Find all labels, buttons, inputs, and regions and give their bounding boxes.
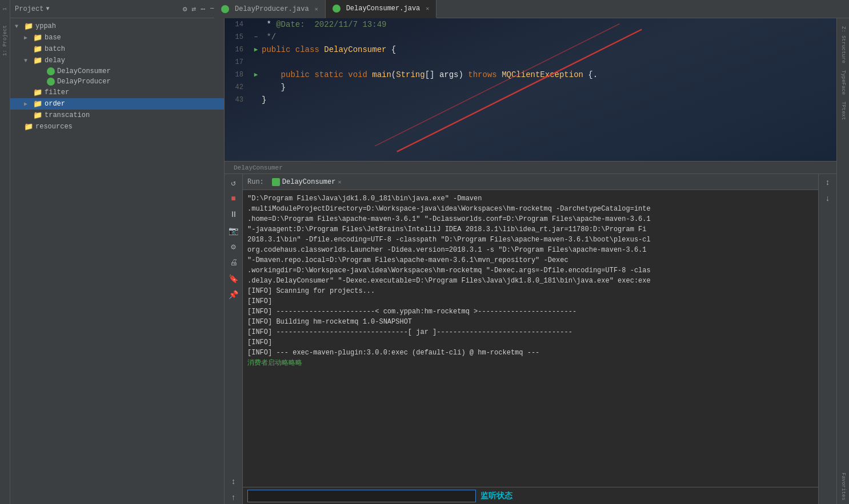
content-area: 1: Project ▼ 📁 yppah ▶ 📁 base — [0, 18, 849, 504]
output-line-9: [INFO] Scanning for projects... — [247, 286, 814, 296]
code-text-43: } — [262, 94, 836, 106]
code-lines: 14 * @Date: 2022/11/7 13:49 15 − */ — [225, 18, 836, 106]
line-num-14: 14 — [225, 18, 250, 31]
output-line-1: .multiModuleProjectDirectory=D:\Workspac… — [247, 204, 814, 214]
left-strip: 1: Project — [0, 18, 10, 504]
editor-content: 14 * @Date: 2022/11/7 13:49 15 − */ — [225, 18, 836, 161]
output-line-8: .delay.DelayConsumer" "-Dexec.executable… — [247, 276, 814, 286]
code-line-42: 42 } — [225, 81, 836, 94]
project-split-icon[interactable]: ⇄ — [192, 5, 197, 14]
side-label-structure[interactable]: Z: Structure — [840, 23, 846, 67]
project-settings-icon[interactable]: ⋯ — [201, 5, 205, 14]
tree-label-resources: resources — [35, 123, 73, 131]
right-side-panel: Z: Structure TypeFace TPtext Favorites — [836, 18, 849, 504]
tab-label-delay-producer: DelayProducer.java — [235, 5, 309, 13]
project-panel: ▼ 📁 yppah ▶ 📁 base 📁 batch — [10, 18, 225, 504]
run-arrow-18[interactable]: ▶ — [254, 68, 258, 81]
fold-icon-15[interactable]: − — [254, 31, 258, 43]
tree-label-delay-producer: DelayProducer — [57, 78, 111, 86]
run-output[interactable]: "D:\Program Files\Java\jdk1.8.0_181\bin\… — [243, 190, 818, 487]
output-line-0: "D:\Program Files\Java\jdk1.8.0_181\bin\… — [247, 193, 814, 204]
run-arrow-16[interactable]: ▶ — [254, 43, 258, 56]
run-tab-delay-consumer[interactable]: DelayConsumer ✕ — [269, 177, 345, 187]
tree-item-transcation[interactable]: 📁 transcation — [10, 110, 224, 121]
side-label-favorites[interactable]: Favorites — [840, 469, 846, 504]
run-tab-close[interactable]: ✕ — [338, 179, 341, 186]
output-line-7: .workingdir=D:\Workspace-java\idea\Works… — [247, 265, 814, 276]
run-input-area: 监听状态 — [243, 487, 818, 504]
output-line-6: "-Dmaven.repo.local=D:\Program Files\apa… — [247, 255, 814, 265]
run-settings-btn[interactable]: ⚙ — [227, 240, 240, 253]
run-camera-btn[interactable]: 📷 — [227, 224, 240, 237]
tab-icon-delay-consumer — [333, 5, 341, 13]
project-header-title[interactable]: Project — [15, 5, 43, 13]
run-pin-btn[interactable]: 📌 — [227, 288, 240, 301]
side-label-typeface[interactable]: TypeFace — [840, 67, 846, 98]
run-print-btn[interactable]: 🖨 — [227, 256, 240, 269]
project-tree: ▼ 📁 yppah ▶ 📁 base 📁 batch — [10, 18, 224, 504]
tab-close-delay-consumer[interactable]: ✕ — [426, 5, 429, 12]
run-up-btn[interactable]: ↑ — [227, 491, 240, 504]
tab-delay-producer[interactable]: DelayProducer.java ✕ — [214, 0, 326, 18]
line-num-42: 42 — [225, 81, 250, 94]
tab-close-delay-producer[interactable]: ✕ — [315, 6, 318, 13]
code-text-14: * @Date: 2022/11/7 13:49 — [262, 18, 836, 31]
run-restart-btn[interactable]: ↺ — [227, 176, 240, 189]
tree-label-delay: delay — [45, 57, 65, 64]
run-sort-btn[interactable]: ↕ — [227, 475, 240, 488]
tree-item-base[interactable]: ▶ 📁 base — [10, 32, 224, 43]
code-text-15: */ — [262, 31, 836, 43]
tree-item-delay-consumer[interactable]: DelayConsumer — [10, 66, 224, 76]
line-gutter-15: − — [250, 31, 262, 43]
output-line-2: .home=D:\Program Files\apache-maven-3.6.… — [247, 214, 814, 224]
tree-item-delay-producer[interactable]: DelayProducer — [10, 76, 224, 87]
tab-icon-delay-producer — [221, 5, 229, 13]
line-num-16: 16 — [225, 43, 250, 56]
project-gear-icon[interactable]: ⚙ — [183, 5, 187, 14]
run-bookmark-btn[interactable]: 🔖 — [227, 272, 240, 285]
output-line-3: "-javaagent:D:\Program Files\JetBrains\I… — [247, 224, 814, 235]
run-left-toolbar: ↺ ■ ⏸ 📷 ⚙ 🖨 🔖 📌 ↕ ↑ — [225, 174, 243, 504]
output-line-10: [INFO] — [247, 296, 814, 307]
project-minus-icon[interactable]: − — [210, 5, 214, 14]
run-header: Run: DelayConsumer ✕ — [243, 174, 818, 190]
tree-label-filter: filter — [45, 88, 69, 96]
tree-item-delay[interactable]: ▼ 📁 delay — [10, 55, 224, 66]
code-line-16: 16 ▶ public class DelayConsumer { — [225, 43, 836, 56]
output-line-15: [INFO] --- exec-maven-plugin:3.0.0:exec … — [247, 348, 814, 358]
tree-item-order[interactable]: ▶ 📁 order — [10, 98, 224, 110]
line-gutter-18: ▶ — [250, 68, 262, 81]
side-label-tptext[interactable]: TPtext — [840, 98, 846, 123]
tree-label-transcation: transcation — [45, 111, 90, 119]
tree-label-yppah: yppah — [35, 22, 56, 30]
run-right-down-btn[interactable]: ↓ — [822, 192, 834, 205]
code-text-18: public static void main(String[] args) t… — [262, 68, 836, 81]
tree-item-resources[interactable]: 📁 resources — [10, 121, 224, 132]
code-line-18: 18 ▶ public static void main(String[] ar… — [225, 68, 836, 81]
left-strip-label: 1 — [2, 7, 8, 10]
line-num-15: 15 — [225, 31, 250, 43]
tree-item-filter[interactable]: 📁 filter — [10, 87, 224, 98]
line-num-17: 17 — [225, 56, 250, 68]
run-right-toolbar: ↕ ↓ — [818, 174, 836, 504]
run-pause-btn[interactable]: ⏸ — [227, 208, 240, 221]
run-panel: ↺ ■ ⏸ 📷 ⚙ 🖨 🔖 📌 ↕ ↑ Run: — [225, 174, 836, 504]
editor-footer-label: DelayConsumer — [234, 164, 283, 171]
run-label: Run: — [247, 178, 264, 186]
output-line-4: 2018.3.1\bin" -Dfile.encoding=UTF-8 -cla… — [247, 235, 814, 245]
code-line-14: 14 * @Date: 2022/11/7 13:49 — [225, 18, 836, 31]
run-tab-icon — [272, 178, 280, 186]
tree-item-yppah[interactable]: ▼ 📁 yppah — [10, 21, 224, 32]
tab-delay-consumer[interactable]: DelayConsumer.java ✕ — [326, 0, 437, 18]
editor-footer: DelayConsumer — [225, 161, 836, 174]
left-strip-project-label[interactable]: 1: Project — [1, 21, 9, 61]
line-num-18: 18 — [225, 68, 250, 81]
code-line-17: 17 — [225, 56, 836, 68]
tree-label-order: order — [45, 100, 65, 108]
run-input-field[interactable] — [247, 490, 476, 502]
run-stop-btn[interactable]: ■ — [227, 192, 240, 205]
tree-label-batch: batch — [45, 45, 65, 53]
tab-bar: 1 Project ▼ ⚙ ⇄ ⋯ − DelayProducer.java ✕… — [0, 0, 849, 18]
run-right-sort-btn[interactable]: ↕ — [822, 176, 834, 189]
tree-item-batch[interactable]: 📁 batch — [10, 43, 224, 55]
